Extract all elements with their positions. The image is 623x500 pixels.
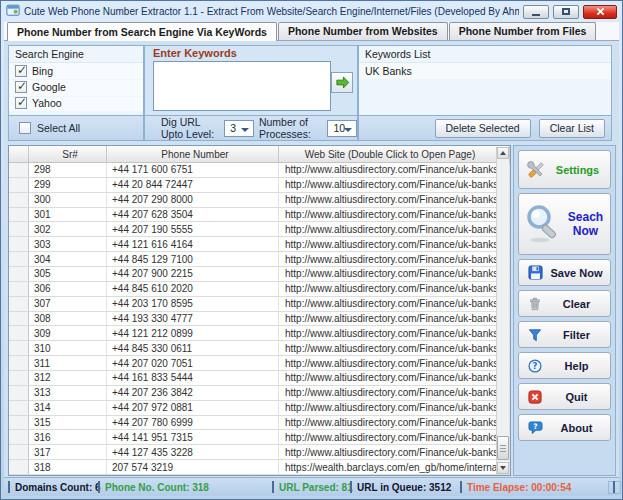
website-cell[interactable]: http://www.altiusdirectory.com/Finance/u… [279,416,510,430]
scrollbar-thumb[interactable] [497,436,509,460]
table-row[interactable]: 314+44 207 972 0881http://www.altiusdire… [9,401,510,416]
table-row[interactable]: 303+44 121 616 4164http://www.altiusdire… [9,237,510,252]
table-row[interactable]: 312+44 161 833 5444http://www.altiusdire… [9,371,510,386]
table-row[interactable]: 318207 574 3219https://wealth.barclays.c… [9,460,510,475]
table-row[interactable]: 315+44 207 780 6999http://www.altiusdire… [9,416,510,431]
website-cell[interactable]: http://www.altiusdirectory.com/Finance/u… [279,371,510,385]
table-row[interactable]: 308+44 193 330 4777http://www.altiusdire… [9,312,510,327]
maximize-button[interactable] [553,5,579,19]
dig-url-level-value: 3 [230,122,236,134]
minimize-button[interactable] [523,5,549,19]
help-button[interactable]: ? Help [518,352,611,379]
clear-list-button[interactable]: Clear List [539,119,605,138]
bing-checkbox[interactable] [15,65,27,77]
table-row[interactable]: 311+44 207 020 7051http://www.altiusdire… [9,356,510,371]
processes-label: Number of Processes: [259,116,323,140]
website-cell[interactable]: http://www.altiusdirectory.com/Finance/u… [279,297,510,311]
keyword-item[interactable]: UK Banks [359,63,611,79]
table-row[interactable]: 316+44 141 951 7315http://www.altiusdire… [9,430,510,445]
website-cell[interactable]: http://www.altiusdirectory.com/Finance/u… [279,312,510,326]
select-all-checkbox[interactable] [19,122,31,134]
sr-cell: 311 [29,356,107,370]
table-row[interactable]: 309+44 121 212 0899http://www.altiusdire… [9,326,510,341]
sr-column-header[interactable]: Sr# [29,146,107,162]
table-row[interactable]: 302+44 207 190 5555http://www.altiusdire… [9,222,510,237]
close-icon [596,7,605,16]
table-row[interactable]: 298+44 171 600 6751http://www.altiusdire… [9,163,510,178]
phone-cell: +44 141 951 7315 [107,430,279,444]
tab-files[interactable]: Phone Number from Files [449,22,597,40]
website-cell[interactable]: https://wealth.barclays.com/en_gb/home/i… [279,460,510,474]
google-checkbox[interactable] [15,81,27,93]
sr-cell: 316 [29,430,107,444]
sr-cell: 302 [29,222,107,236]
minimize-icon [532,14,540,16]
engine-row-yahoo[interactable]: Yahoo [9,95,143,111]
phone-cell: +44 207 020 7051 [107,356,279,370]
app-window: Cute Web Phone Number Extractor 1.1 - Ex… [0,0,623,500]
phone-column-header[interactable]: Phone Number [107,146,279,162]
yahoo-checkbox[interactable] [15,97,27,109]
settings-button[interactable]: Settings [518,150,611,189]
scroll-up-button[interactable] [497,147,509,159]
quit-button[interactable]: Quit [518,383,611,410]
scroll-down-button[interactable] [497,462,509,474]
clear-button[interactable]: Clear [518,290,611,317]
tab-search-engine-keywords[interactable]: Phone Number from Search Engine Via KeyW… [7,22,277,41]
website-cell[interactable]: http://www.altiusdirectory.com/Finance/u… [279,341,510,355]
vertical-scrollbar[interactable] [496,147,509,474]
table-row[interactable]: 305+44 207 900 2215http://www.altiusdire… [9,267,510,282]
website-cell[interactable]: http://www.altiusdirectory.com/Finance/u… [279,163,510,177]
website-cell[interactable]: http://www.altiusdirectory.com/Finance/u… [279,222,510,236]
website-cell[interactable]: http://www.altiusdirectory.com/Finance/u… [279,386,510,400]
close-button[interactable] [583,5,617,19]
table-row[interactable]: 313+44 207 236 3842http://www.altiusdire… [9,386,510,401]
table-row[interactable]: 317+44 127 435 3228http://www.altiusdire… [9,445,510,460]
row-header-cell [9,401,29,415]
engine-row-google[interactable]: Google [9,79,143,95]
title-bar[interactable]: Cute Web Phone Number Extractor 1.1 - Ex… [1,1,622,22]
website-cell[interactable]: http://www.altiusdirectory.com/Finance/u… [279,445,510,459]
top-panels: Search Engine Bing Google Yahoo [8,45,612,141]
green-arrow-icon [335,75,350,90]
website-cell[interactable]: http://www.altiusdirectory.com/Finance/u… [279,267,510,281]
table-row[interactable]: 306+44 845 610 2020http://www.altiusdire… [9,282,510,297]
processes-select[interactable]: 10 [327,120,357,137]
add-keyword-button[interactable] [331,72,353,93]
search-now-button[interactable]: Seach Now [518,193,611,255]
keywords-textarea[interactable] [153,61,331,111]
filter-label: Filter [547,329,606,341]
website-column-header[interactable]: Web Site (Double Click to Open Page) [279,146,510,162]
engine-row-bing[interactable]: Bing [9,63,143,79]
website-cell[interactable]: http://www.altiusdirectory.com/Finance/u… [279,252,510,266]
website-cell[interactable]: http://www.altiusdirectory.com/Finance/u… [279,356,510,370]
dig-url-level-select[interactable]: 3 [224,120,254,137]
row-header-cell [9,193,29,207]
website-cell[interactable]: http://www.altiusdirectory.com/Finance/u… [279,430,510,444]
sr-cell: 312 [29,371,107,385]
status-url-in-queue: URL in Queue: 3512 [346,478,456,496]
website-cell[interactable]: http://www.altiusdirectory.com/Finance/u… [279,282,510,296]
status-phone-count: Phone No. Count: 318 [94,478,268,496]
table-row[interactable]: 299+44 20 844 72447http://www.altiusdire… [9,178,510,193]
website-cell[interactable]: http://www.altiusdirectory.com/Finance/u… [279,237,510,251]
filter-button[interactable]: Filter [518,321,611,348]
website-cell[interactable]: http://www.altiusdirectory.com/Finance/u… [279,208,510,222]
website-cell[interactable]: http://www.altiusdirectory.com/Finance/u… [279,401,510,415]
table-row[interactable]: 301+44 207 628 3504http://www.altiusdire… [9,208,510,223]
table-row[interactable]: 307+44 203 170 8595http://www.altiusdire… [9,297,510,312]
phone-cell: +44 207 290 8000 [107,193,279,207]
delete-selected-button[interactable]: Delete Selected [435,119,531,138]
table-row[interactable]: 304+44 845 129 7100http://www.altiusdire… [9,252,510,267]
save-now-button[interactable]: Save Now [518,259,611,286]
website-cell[interactable]: http://www.altiusdirectory.com/Finance/u… [279,326,510,340]
phone-cell: 207 574 3219 [107,460,279,474]
website-cell[interactable]: http://www.altiusdirectory.com/Finance/u… [279,178,510,192]
about-label: About [547,422,606,434]
table-row[interactable]: 310+44 845 330 0611http://www.altiusdire… [9,341,510,356]
website-cell[interactable]: http://www.altiusdirectory.com/Finance/u… [279,193,510,207]
about-button[interactable]: ? About [518,414,611,441]
tab-websites[interactable]: Phone Number from Websites [278,22,448,40]
table-row[interactable]: 300+44 207 290 8000http://www.altiusdire… [9,193,510,208]
maximize-icon [562,8,570,15]
